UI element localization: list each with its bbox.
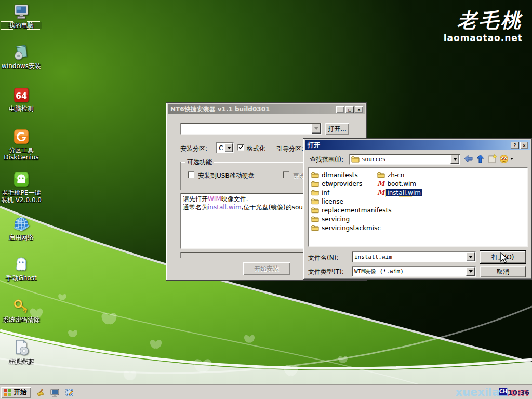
look-in-combobox[interactable]: sources bbox=[349, 154, 460, 165]
key-icon bbox=[12, 297, 30, 315]
close-button[interactable]: × bbox=[355, 106, 363, 113]
back-button[interactable] bbox=[463, 154, 473, 165]
file-type-dropdown-button[interactable] bbox=[466, 267, 475, 276]
folder-icon bbox=[311, 224, 319, 231]
maximize-button[interactable]: □ bbox=[345, 106, 354, 113]
list-item-folder[interactable]: license bbox=[311, 197, 344, 206]
taskbar-clock: 10:36 bbox=[508, 389, 529, 396]
folder-icon bbox=[311, 207, 319, 214]
install-partition-combobox[interactable]: C bbox=[216, 142, 234, 153]
chevron-down-icon bbox=[469, 270, 473, 273]
chevron-down-icon bbox=[510, 158, 513, 160]
list-item-wim-file-selected[interactable]: Minstall.wim bbox=[377, 188, 422, 197]
look-in-dropdown-button[interactable] bbox=[450, 155, 459, 164]
desktop-icon-manual-ghost[interactable]: 手动Ghost bbox=[1, 256, 42, 282]
list-item-folder[interactable]: etwproviders bbox=[311, 179, 363, 188]
folder-icon bbox=[351, 156, 360, 163]
nt6-window-title: NT6快捷安装器 v1.1 build0301 bbox=[169, 105, 335, 114]
desktop-icon-windows-install[interactable]: windows安装 bbox=[1, 44, 42, 70]
start-button-label: 开始 bbox=[14, 388, 27, 397]
wim-file-icon: M bbox=[377, 180, 384, 187]
folder-icon bbox=[311, 189, 319, 196]
look-in-value: sources bbox=[360, 155, 450, 164]
chevron-down-icon bbox=[469, 256, 473, 258]
boot-partition-label: 引导分区: bbox=[276, 144, 303, 153]
quicklaunch-display-button[interactable] bbox=[48, 387, 61, 398]
desktop-icon-laomaotao-pe[interactable]: 老毛桃PE一键装机 V2.0.0.0 bbox=[1, 170, 42, 204]
cancel-button[interactable]: 取消 bbox=[480, 266, 526, 277]
view-menu-button[interactable] bbox=[499, 154, 513, 164]
up-arrow-icon bbox=[475, 154, 485, 164]
chevron-down-icon bbox=[314, 127, 318, 130]
file-name-value: install.wim bbox=[352, 252, 466, 261]
chevron-down-icon bbox=[227, 147, 231, 149]
list-item-folder[interactable]: dlmanifests bbox=[311, 170, 359, 179]
wim-path-dropdown-button[interactable] bbox=[312, 124, 321, 134]
my-computer-icon bbox=[12, 3, 30, 21]
folder-icon bbox=[311, 180, 319, 187]
new-folder-button[interactable] bbox=[487, 154, 497, 165]
close-button[interactable]: × bbox=[520, 142, 528, 149]
virtual-cdrom-icon bbox=[12, 339, 30, 356]
back-arrow-icon bbox=[463, 154, 473, 164]
desktop-icon-label: windows安装 bbox=[1, 62, 42, 70]
file-name-dropdown-button[interactable] bbox=[466, 252, 475, 261]
start-button[interactable]: 开始 bbox=[1, 387, 31, 398]
desktop-icon-enable-network[interactable]: 启用网络 bbox=[1, 215, 42, 241]
file-name-combobox[interactable]: install.wim bbox=[352, 251, 476, 262]
desktop-icon-label: 老毛桃PE一键装机 V2.0.0.0 bbox=[1, 189, 42, 204]
change-system-checkbox bbox=[283, 171, 289, 178]
desktop-icon-label: 分区工具DiskGenius bbox=[1, 147, 42, 161]
desktop-icon-password-clear[interactable]: 系统密码清除 bbox=[1, 297, 42, 323]
list-item-folder[interactable]: servicing bbox=[311, 215, 351, 223]
network-globe-icon bbox=[12, 215, 30, 233]
open-dialog-title: 打开 bbox=[307, 141, 510, 150]
file-name-label: 文件名(N): bbox=[308, 254, 338, 262]
help-button[interactable]: ? bbox=[511, 142, 519, 149]
nt6-titlebar[interactable]: NT6快捷安装器 v1.1 build0301 _ □ × bbox=[168, 104, 365, 114]
up-one-level-button[interactable] bbox=[475, 154, 485, 165]
desktop-icon-diskgenius[interactable]: 分区工具DiskGenius bbox=[1, 128, 42, 161]
install-partition-label: 安装分区: bbox=[180, 144, 207, 153]
file-type-value: WIM映像 (*.wim) bbox=[352, 267, 466, 276]
open-dialog-titlebar[interactable]: 打开 ? × bbox=[305, 140, 530, 150]
list-item-folder[interactable]: zh-cn bbox=[377, 170, 405, 179]
desktop-icon-pc-check[interactable]: 64 电脑检测 bbox=[1, 86, 42, 112]
desktop-icon-label: 我的电脑 bbox=[1, 22, 42, 29]
sweep-icon bbox=[35, 388, 45, 397]
list-item-folder[interactable]: replacementmanifests bbox=[311, 206, 393, 215]
system-tray: xuexila.com CH 10:36 bbox=[428, 385, 532, 399]
wim-path-combobox[interactable] bbox=[180, 123, 322, 135]
list-item-folder[interactable]: servicingstackmisc bbox=[311, 223, 382, 232]
file-type-label: 文件类型(T): bbox=[308, 268, 344, 276]
usb-install-label: 安装到USB移动硬盘 bbox=[198, 171, 255, 180]
wim-file-icon: M bbox=[377, 189, 384, 196]
mouse-cursor bbox=[500, 252, 510, 265]
start-install-button: 开始安装 bbox=[243, 262, 290, 275]
usb-install-checkbox[interactable] bbox=[188, 171, 194, 178]
language-indicator-badge[interactable]: CH bbox=[499, 388, 508, 396]
view-menu-icon bbox=[499, 154, 509, 164]
open-wim-button[interactable]: 打开... bbox=[325, 123, 349, 135]
quicklaunch-sweep-button[interactable] bbox=[34, 387, 46, 398]
file-list[interactable]: dlmanifests etwproviders inf license rep… bbox=[308, 167, 528, 247]
format-checkbox[interactable] bbox=[237, 144, 244, 151]
partition-dropdown-button[interactable] bbox=[225, 143, 233, 152]
logo-zh-text: 老毛桃 bbox=[444, 7, 523, 34]
list-item-folder[interactable]: inf bbox=[311, 188, 330, 197]
desktop-icon-my-computer[interactable]: 我的电脑 bbox=[1, 3, 42, 29]
quicklaunch-capture-button[interactable] bbox=[63, 387, 75, 398]
minimize-button[interactable]: _ bbox=[336, 106, 344, 113]
laomaotao-pe-icon bbox=[12, 170, 30, 188]
taskbar: 开始 xuexila.com CH 10:36 bbox=[0, 385, 532, 399]
desktop-icon-label: 虚拟光驱 bbox=[1, 357, 42, 365]
open-file-dialog: 打开 ? × 查找范围(I): sources dlmanifests etwp… bbox=[303, 138, 532, 280]
folder-icon bbox=[311, 198, 319, 205]
list-item-wim-file[interactable]: Mboot.wim bbox=[377, 179, 417, 188]
folder-icon bbox=[311, 171, 319, 178]
file-type-combobox[interactable]: WIM映像 (*.wim) bbox=[352, 266, 476, 277]
desktop-icon-virtual-cdrom[interactable]: 虚拟光驱 bbox=[1, 339, 42, 365]
desktop-icon-label: 系统密码清除 bbox=[1, 316, 42, 323]
logo-url-text: laomaotao.net bbox=[444, 33, 523, 43]
start-logo-icon bbox=[4, 389, 11, 396]
